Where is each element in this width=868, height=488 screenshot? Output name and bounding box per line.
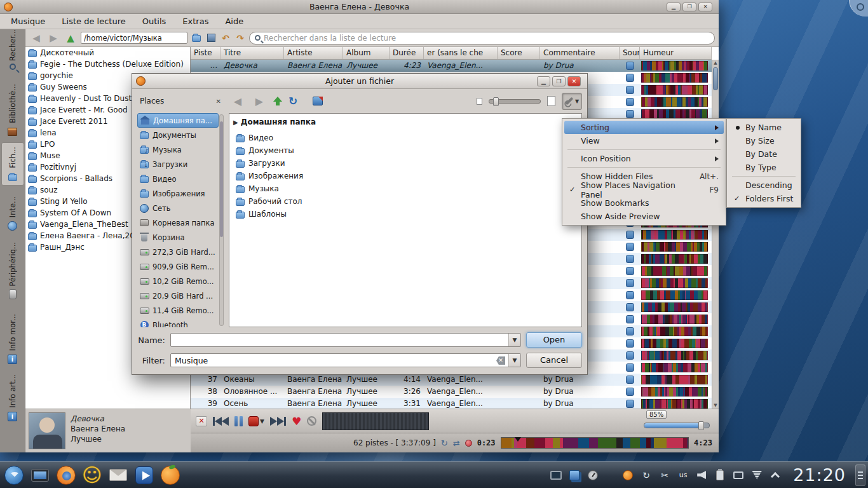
dialog-titlebar[interactable]: Ajouter un fichier ▁ ❐ ✕ (132, 74, 587, 89)
dialog-folder-item[interactable]: Шаблоны (233, 208, 578, 220)
menubar-item-1[interactable]: Musique (3, 14, 53, 29)
playlist-column-header-1[interactable]: Piste (191, 47, 220, 59)
volume-slider[interactable] (644, 423, 710, 428)
save-playlist-icon[interactable] (205, 33, 217, 43)
playlist-column-header-8[interactable]: Commentaire (540, 47, 620, 59)
playlist-column-header-6[interactable]: er (sans le che (424, 47, 498, 59)
sidebar-tab-artist-info[interactable]: Info art...i (1, 370, 24, 424)
wifi-tray-icon[interactable] (750, 468, 764, 482)
menu-item-show-bookmarks[interactable]: Show Bookmarks (564, 196, 724, 210)
places-item[interactable]: 11,4 GiB Remo... (137, 303, 219, 318)
menu-item-by-size[interactable]: By Size (729, 134, 799, 147)
menu-item-sorting[interactable]: Sorting (564, 121, 724, 134)
places-item[interactable]: Домашняя па... (137, 113, 219, 128)
dialog-folder-item[interactable]: Документы (233, 144, 578, 157)
scrobble-icon[interactable] (465, 440, 472, 447)
stop-after-track-icon[interactable]: ✕ (196, 416, 207, 426)
forward-button[interactable]: ▶ (46, 32, 60, 44)
cancel-button[interactable]: Cancel (526, 353, 582, 368)
ban-button[interactable] (307, 416, 316, 426)
places-scrollbar[interactable] (219, 114, 224, 326)
desktop-cashew-widget[interactable] (849, 0, 868, 17)
name-input[interactable] (175, 336, 495, 345)
breadcrumb[interactable]: Домашняя папка (241, 118, 316, 126)
playlist-column-header-5[interactable]: Durée (390, 47, 424, 59)
zoom-out-icon[interactable] (477, 98, 482, 105)
places-item[interactable]: BBluetooth (137, 318, 219, 327)
now-playing-widget[interactable]: Девочка Ваенга Елена Лучшее (25, 409, 191, 452)
sidebar-tab-song-info[interactable]: Info mor...i (1, 305, 24, 367)
scroll-up-arrow[interactable]: ▲ (712, 60, 719, 65)
shuffle-icon[interactable]: ⇄ (453, 438, 460, 448)
volume-handle[interactable] (698, 421, 704, 430)
places-item[interactable]: ↓Загрузки (137, 157, 219, 172)
mail-launcher[interactable] (107, 464, 130, 487)
playlist-column-header-4[interactable]: Album (343, 47, 390, 59)
menubar-item-2[interactable]: Liste de lecture (53, 14, 133, 29)
menu-item-icon-position[interactable]: Icon Position (564, 152, 724, 165)
undo-icon[interactable]: ↶ (220, 33, 231, 43)
name-field[interactable]: ▼ (170, 333, 521, 347)
file-browser-item[interactable]: Fegie - The Dutchess (Deluxe Edition) (25, 58, 190, 70)
sidebar-tab-library[interactable]: Bibliothè... (1, 75, 24, 140)
dialog-forward-button[interactable]: ▶ (252, 95, 267, 107)
dialog-folder-item[interactable]: Музыка (233, 182, 578, 195)
redo-icon[interactable]: ↷ (234, 33, 246, 43)
menu-item-show-aside-preview[interactable]: Show Aside Preview (564, 210, 724, 223)
path-input[interactable] (81, 32, 187, 44)
clipboard-tray-icon[interactable] (713, 468, 727, 482)
repeat-icon[interactable]: ↻ (441, 438, 448, 448)
panel-up-arrow-icon[interactable] (768, 468, 782, 482)
maximize-button[interactable]: ❐ (682, 3, 696, 11)
places-item[interactable]: Видео (137, 172, 219, 186)
dialog-minimize-button[interactable]: ▁ (537, 76, 550, 86)
playlist-column-header-7[interactable]: Score (498, 47, 540, 59)
network-shares-tray-icon[interactable] (567, 468, 581, 482)
playlist-scrollbar[interactable]: ▲ ▼ (712, 60, 719, 409)
places-item[interactable]: Изображения (137, 186, 219, 201)
stop-options-arrow[interactable]: ▼ (260, 418, 264, 424)
new-folder-icon[interactable] (191, 33, 202, 43)
dialog-up-button[interactable] (273, 97, 282, 105)
sidebar-tab-devices[interactable]: Périphériq... (1, 236, 24, 302)
progress-marker[interactable] (515, 437, 521, 442)
start-menu-button[interactable] (3, 464, 25, 487)
media-player-launcher[interactable] (133, 464, 156, 487)
keyboard-layout-indicator[interactable]: us (676, 468, 690, 482)
places-item[interactable]: 20,9 GiB Hard ... (137, 288, 219, 303)
playlist-row[interactable]: 37ОкеаныВаенга ЕленаЛучшее4:14Vaenga_Ele… (191, 374, 712, 386)
volume-tray-icon[interactable] (695, 468, 709, 482)
dialog-settings-button[interactable]: ▼ (562, 93, 582, 110)
search-input[interactable] (264, 34, 709, 43)
playlist-row[interactable]: 39ОсеньВаенга ЕленаЛучшее3:31Vaenga_Elen… (191, 398, 712, 409)
up-button[interactable]: ▲ (64, 32, 78, 44)
places-item[interactable]: Сеть (137, 201, 219, 215)
close-button[interactable]: ✕ (698, 3, 712, 11)
zoom-in-icon[interactable] (547, 96, 555, 106)
clementine-launcher[interactable] (159, 464, 182, 487)
menubar-item-4[interactable]: Extras (174, 14, 217, 29)
filter-dropdown-arrow[interactable]: ▼ (508, 354, 520, 367)
pause-button[interactable] (234, 416, 243, 426)
panel-settings-widget[interactable] (855, 464, 865, 486)
menu-item-folders-first[interactable]: ✓Folders First (729, 192, 799, 205)
sync-tray-icon[interactable]: ↻ (639, 468, 653, 482)
places-panel-close-icon[interactable]: ✕ (216, 98, 221, 105)
main-titlebar[interactable]: Ваенга Елена - Девочка ▁ ❐ ✕ (0, 0, 719, 14)
name-dropdown-arrow[interactable]: ▼ (508, 334, 520, 346)
sidebar-tab-files[interactable]: Fich... (1, 142, 24, 186)
filter-combo[interactable]: Musique ✕ ▼ (170, 353, 521, 367)
playlist-column-header-2[interactable]: Titre (220, 47, 284, 59)
playlist-column-header-9[interactable]: Source (620, 47, 640, 59)
icon-zoom-slider[interactable] (489, 99, 541, 104)
playlist-column-header-10[interactable]: Humeur (640, 47, 712, 59)
system-files-launcher[interactable] (29, 464, 51, 487)
sidebar-tab-internet[interactable]: Inte... (1, 188, 24, 234)
open-button[interactable]: Open (526, 332, 582, 348)
love-button[interactable]: ♥ (292, 416, 301, 426)
dialog-folder-item[interactable]: Видео (233, 132, 578, 144)
dialog-close-button[interactable]: ✕ (567, 76, 581, 86)
places-item[interactable]: 909,9 GiB Rem... (137, 259, 219, 274)
zoom-handle[interactable] (493, 97, 499, 106)
messenger-launcher[interactable]: ☺ (81, 464, 104, 487)
